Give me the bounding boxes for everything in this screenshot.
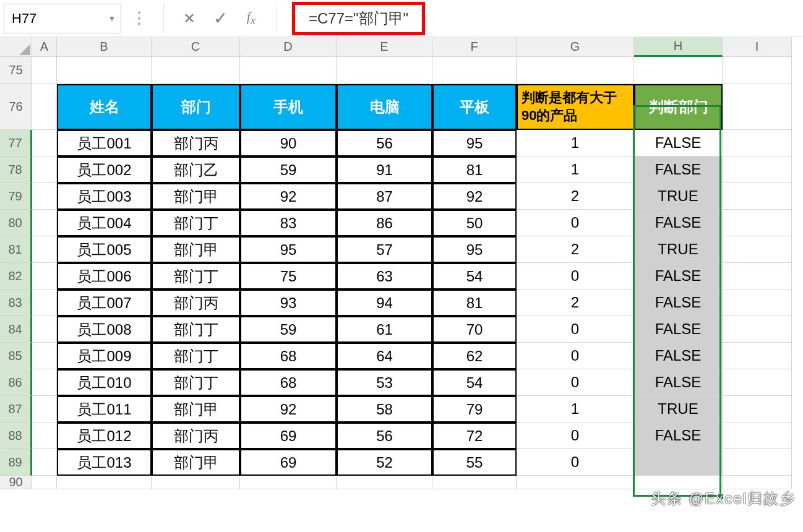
cell-tablet[interactable]: 95	[432, 130, 517, 157]
cell-tablet[interactable]: 79	[432, 396, 517, 423]
cell-phone[interactable]: 68	[240, 343, 337, 369]
cell-dept[interactable]: 部门丁	[152, 316, 240, 343]
cell[interactable]	[152, 476, 240, 489]
column-header-G[interactable]: G	[517, 37, 634, 57]
cell-h[interactable]: FALSE	[634, 369, 723, 396]
cell-dept[interactable]: 部门丁	[152, 369, 240, 396]
cell[interactable]	[337, 57, 432, 84]
cell-phone[interactable]: 59	[240, 316, 337, 343]
cell[interactable]	[723, 183, 792, 210]
spreadsheet-grid[interactable]: ABCDEFGHI7576姓名部门手机电脑平板判断是都有大于90的产品判断部门7…	[0, 37, 803, 489]
cell[interactable]	[723, 343, 792, 369]
cell-g[interactable]: 0	[517, 263, 634, 290]
cell[interactable]	[57, 476, 152, 489]
column-header-H[interactable]: H	[634, 37, 723, 57]
cell[interactable]	[152, 57, 240, 84]
cell-tablet[interactable]: 50	[432, 210, 517, 236]
cell[interactable]	[723, 423, 792, 449]
cell-computer[interactable]: 94	[337, 290, 432, 316]
cell-dept[interactable]: 部门甲	[152, 236, 240, 263]
cell-h[interactable]: TRUE	[634, 236, 723, 263]
cell-g[interactable]: 1	[517, 130, 634, 157]
cell-computer[interactable]: 58	[337, 396, 432, 423]
cell[interactable]	[240, 476, 337, 489]
cell-name[interactable]: 员工003	[57, 183, 152, 210]
cell-name[interactable]: 员工009	[57, 343, 152, 369]
cell[interactable]	[32, 343, 57, 369]
cell[interactable]	[32, 263, 57, 290]
cell-g[interactable]: 1	[517, 157, 634, 183]
column-header-A[interactable]: A	[32, 37, 57, 57]
cell[interactable]	[32, 183, 57, 210]
cell[interactable]	[517, 476, 634, 489]
cell-dept[interactable]: 部门丁	[152, 343, 240, 369]
cell-dept[interactable]: 部门甲	[152, 449, 240, 476]
cell-g[interactable]: 0	[517, 316, 634, 343]
cell-dept[interactable]: 部门丙	[152, 290, 240, 316]
cell-h[interactable]: FALSE	[634, 343, 723, 369]
cell-tablet[interactable]: 95	[432, 236, 517, 263]
cell-name[interactable]: 员工011	[57, 396, 152, 423]
cell-tablet[interactable]: 62	[432, 343, 517, 369]
cell[interactable]	[723, 449, 792, 476]
cell-phone[interactable]: 95	[240, 236, 337, 263]
cell-h[interactable]: FALSE	[634, 130, 723, 157]
cell-dept[interactable]: 部门丁	[152, 210, 240, 236]
cell[interactable]	[723, 84, 792, 130]
cell[interactable]	[32, 476, 57, 489]
cell[interactable]	[723, 396, 792, 423]
row-header-82[interactable]: 82	[0, 263, 32, 290]
row-header-78[interactable]: 78	[0, 157, 32, 183]
cell-computer[interactable]: 56	[337, 130, 432, 157]
cell-h[interactable]: FALSE	[634, 423, 723, 449]
cell-g[interactable]: 2	[517, 183, 634, 210]
cell-phone[interactable]: 69	[240, 423, 337, 449]
cell[interactable]	[32, 57, 57, 84]
cell-name[interactable]: 员工010	[57, 369, 152, 396]
cell-h[interactable]: TRUE	[634, 396, 723, 423]
cell-tablet[interactable]: 54	[432, 369, 517, 396]
cell-phone[interactable]: 90	[240, 130, 337, 157]
cell[interactable]	[32, 290, 57, 316]
cell[interactable]	[432, 476, 517, 489]
column-header-E[interactable]: E	[337, 37, 432, 57]
cell-h[interactable]: FALSE	[634, 157, 723, 183]
cell-g[interactable]: 0	[517, 210, 634, 236]
row-header-83[interactable]: 83	[0, 290, 32, 316]
cell-h[interactable]: FALSE	[634, 316, 723, 343]
cell-name[interactable]: 员工001	[57, 130, 152, 157]
row-header-89[interactable]: 89	[0, 449, 32, 476]
cell[interactable]	[32, 236, 57, 263]
column-header-F[interactable]: F	[432, 37, 517, 57]
cell-dept[interactable]: 部门甲	[152, 396, 240, 423]
cell-tablet[interactable]: 55	[432, 449, 517, 476]
cell-computer[interactable]: 57	[337, 236, 432, 263]
row-header-76[interactable]: 76	[0, 84, 32, 130]
row-header-85[interactable]: 85	[0, 343, 32, 369]
row-header-79[interactable]: 79	[0, 183, 32, 210]
cell-name[interactable]: 员工013	[57, 449, 152, 476]
fx-icon[interactable]: fx	[237, 4, 265, 33]
cell-dept[interactable]: 部门丁	[152, 263, 240, 290]
cell[interactable]	[723, 57, 792, 84]
cell-g[interactable]: 0	[517, 369, 634, 396]
cell-phone[interactable]: 83	[240, 210, 337, 236]
cell-tablet[interactable]: 92	[432, 183, 517, 210]
cell[interactable]	[723, 316, 792, 343]
cell[interactable]	[32, 369, 57, 396]
cell[interactable]	[723, 210, 792, 236]
cell[interactable]	[432, 57, 517, 84]
cell-h[interactable]: FALSE	[634, 290, 723, 316]
cell[interactable]	[723, 130, 792, 157]
cell-dept[interactable]: 部门丙	[152, 423, 240, 449]
cell-tablet[interactable]: 81	[432, 157, 517, 183]
cell[interactable]	[32, 396, 57, 423]
more-button[interactable]: ⋮	[124, 4, 152, 33]
cell-computer[interactable]: 91	[337, 157, 432, 183]
cell[interactable]	[337, 476, 432, 489]
chevron-down-icon[interactable]: ▼	[108, 14, 116, 23]
cell-phone[interactable]: 92	[240, 396, 337, 423]
column-header-I[interactable]: I	[723, 37, 792, 57]
cell-g[interactable]: 0	[517, 449, 634, 476]
cell-phone[interactable]: 69	[240, 449, 337, 476]
